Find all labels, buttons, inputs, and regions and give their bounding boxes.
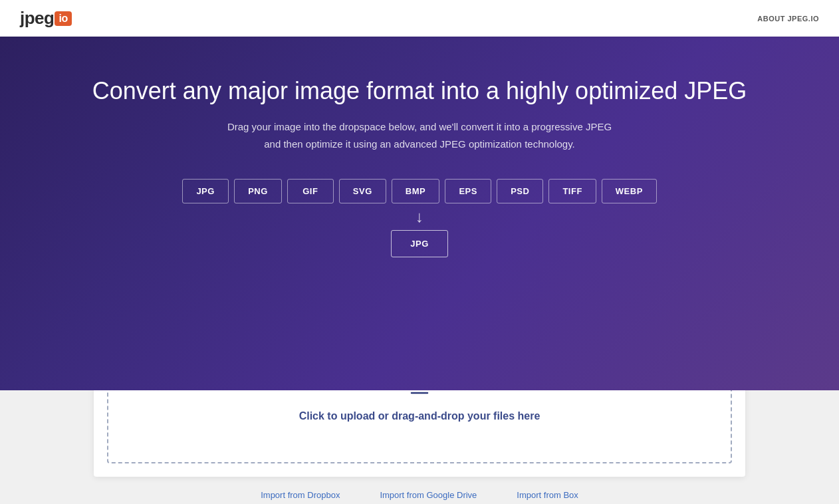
format-tiff: TIFF — [548, 179, 596, 203]
hero-subtitle-line2: and then optimize it using an advanced J… — [264, 138, 575, 150]
format-gif: GIF — [287, 179, 334, 203]
header: jpegio ABOUT JPEG.IO — [0, 0, 839, 37]
import-google-drive-link[interactable]: Import from Google Drive — [380, 490, 477, 500]
hero-title: Convert any major image format into a hi… — [13, 76, 826, 105]
hero-subtitle: Drag your image into the dropspace below… — [13, 118, 826, 152]
logo[interactable]: jpegio — [20, 8, 72, 29]
format-badges: JPG PNG GIF SVG BMP EPS PSD TIFF WEBP — [182, 179, 657, 203]
hero-subtitle-line1: Drag your image into the dropspace below… — [227, 121, 612, 132]
format-flow: JPG PNG GIF SVG BMP EPS PSD TIFF WEBP ↓ … — [13, 179, 826, 257]
format-png: PNG — [234, 179, 282, 203]
hero-section: Convert any major image format into a hi… — [0, 37, 839, 390]
import-box-link[interactable]: Import from Box — [517, 490, 578, 500]
format-psd: PSD — [497, 179, 543, 203]
import-dropbox-link[interactable]: Import from Dropbox — [261, 490, 340, 500]
format-svg: SVG — [339, 179, 386, 203]
arrow-icon: ↓ — [416, 209, 423, 225]
logo-text: jpeg — [20, 8, 54, 29]
import-links: Import from Dropbox Import from Google D… — [247, 490, 592, 500]
format-bmp: BMP — [392, 179, 439, 203]
about-link[interactable]: ABOUT JPEG.IO — [757, 15, 819, 23]
dropzone-label: Click to upload or drag-and-drop your fi… — [135, 410, 704, 422]
format-jpg: JPG — [182, 179, 229, 203]
format-eps: EPS — [445, 179, 491, 203]
logo-badge: io — [55, 11, 71, 26]
format-webp: WEBP — [602, 179, 657, 203]
format-output: JPG — [391, 230, 448, 257]
